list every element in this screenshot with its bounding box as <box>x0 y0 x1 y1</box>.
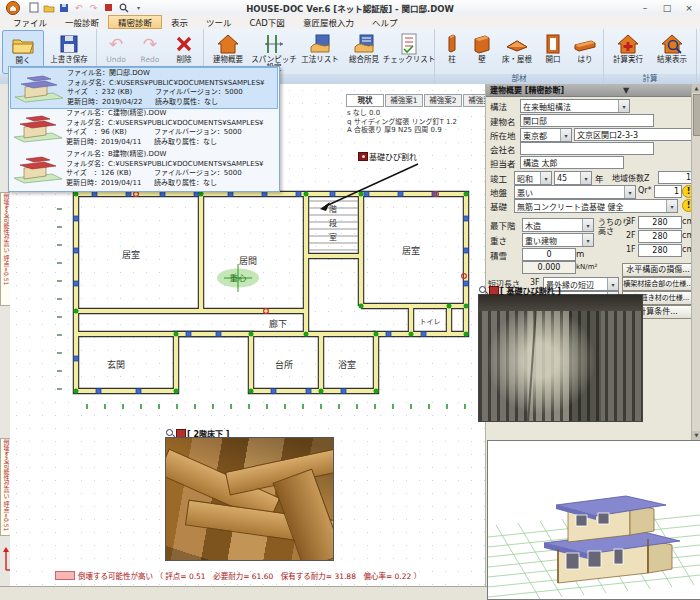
lowest-floor-select[interactable]: 木造▾ <box>522 218 594 232</box>
open-file-icon[interactable] <box>42 2 55 14</box>
person-field[interactable] <box>520 156 624 169</box>
weight-label: 重さ <box>490 234 507 246</box>
zoom-icon[interactable] <box>117 2 130 14</box>
annotation-arrow <box>300 158 440 218</box>
height-3f-field[interactable] <box>638 216 682 229</box>
file-item-c-building[interactable]: ファイル名：C建物(精密).DOW フォルダ名：C:¥USERS¥PUBLIC¥… <box>10 108 276 148</box>
menu-bar: ファイル 一般診断 精密診断 表示 ツール CAD下図 意匠屋根入力 ヘルプ <box>0 15 700 30</box>
prefecture-select[interactable]: 東京都▾ <box>520 128 572 142</box>
horizontal-plane-damage-button[interactable]: 水平構面の損傷... <box>622 263 694 277</box>
file-name: ファイル名：関口邸.DOW <box>67 69 277 79</box>
menu-view[interactable]: 表示 <box>162 15 197 29</box>
menu-tools[interactable]: ツール <box>197 15 241 29</box>
year-unit-label: 年 <box>595 172 604 184</box>
overall-findings-button[interactable]: 総合所見 <box>342 30 386 74</box>
method-list-button[interactable]: 工法リスト <box>298 30 342 74</box>
minimize-button[interactable]: – <box>634 1 656 15</box>
file-item-b-building[interactable]: ファイル名：B建物(精密).DOW フォルダ名：C:¥USERS¥PUBLIC¥… <box>10 149 276 189</box>
menu-precise-diagnosis[interactable]: 精密診断 <box>108 15 162 29</box>
scrollbar-thumb[interactable] <box>693 94 700 136</box>
run-calculation-button[interactable]: 計算実行 <box>606 30 650 74</box>
legend-line: q サイディング縦張 リング釘T 1.2 <box>347 118 457 127</box>
opening-button[interactable]: 開口 <box>537 30 569 74</box>
file-item-sekiguchi[interactable]: ファイル名：関口邸.DOW フォルダ名：C:¥USERS¥PUBLIC¥DOCU… <box>10 67 278 109</box>
pillar-button[interactable]: 柱 <box>437 30 467 74</box>
delete-icon[interactable] <box>102 2 115 14</box>
wall-button[interactable]: 壁 <box>467 30 497 74</box>
snow-label: 積雪 <box>490 249 507 261</box>
undo-arrow-icon: ↶ <box>109 32 123 56</box>
era-select[interactable]: 昭和▾ <box>514 171 552 185</box>
svg-text:室: 室 <box>329 232 337 242</box>
panel-scrollbar[interactable]: ▲ ▼ <box>691 84 700 440</box>
snow-load-field <box>522 261 576 274</box>
foundation-select[interactable]: 無筋コンクリート造基礎 健全▾ <box>514 199 678 213</box>
construction-label: 構法 <box>490 100 507 112</box>
beam-button[interactable]: はり <box>569 30 601 74</box>
menu-file[interactable]: ファイル <box>4 15 56 29</box>
ground-select[interactable]: 悪い▾ <box>514 185 636 199</box>
close-button[interactable]: × <box>678 1 700 15</box>
qr-field[interactable] <box>654 185 682 198</box>
room-label: 台所 <box>275 359 293 370</box>
camera-icon[interactable] <box>489 286 499 295</box>
undo-icon[interactable]: ↶ <box>72 2 85 14</box>
new-file-icon[interactable] <box>27 2 40 14</box>
tab-reinforcement-2[interactable]: 補強案2 <box>424 94 462 107</box>
zone-factor-field[interactable] <box>658 171 694 184</box>
foundation-label: 基礎 <box>490 200 507 212</box>
checklist-button[interactable]: チェックリスト <box>386 30 432 74</box>
house-thumbnail-red <box>10 111 66 145</box>
redo-icon[interactable]: ↷ <box>87 2 100 14</box>
tab-current-state[interactable]: 現状 <box>346 94 384 107</box>
menu-help[interactable]: ヘルプ <box>363 15 407 29</box>
result-color-swatch <box>55 571 75 580</box>
room-label: トイレ <box>420 318 441 326</box>
menu-cad-underlay[interactable]: CAD下図 <box>241 15 294 29</box>
snow-depth-field[interactable] <box>522 248 576 261</box>
floor-roof-button[interactable]: 床・屋根 <box>497 30 537 74</box>
weight-select[interactable]: 重い建物▾ <box>522 233 594 247</box>
calc-group-label: 計算 <box>604 74 696 84</box>
quickbar-dropdown-icon[interactable]: ▾ <box>132 2 145 14</box>
scroll-up-icon[interactable]: ▲ <box>692 84 700 93</box>
beam-joint-spec-button[interactable]: 横架材接合部の仕様... <box>622 277 694 291</box>
parts-group-label: 部材 <box>435 74 603 84</box>
file-name: ファイル名：B建物(精密).DOW <box>66 150 276 160</box>
save-icon[interactable] <box>57 2 70 14</box>
panel-collapse-icon[interactable]: ▼ <box>620 84 633 96</box>
chevron-down-icon: ▾ <box>540 172 551 184</box>
menu-design-roof-input[interactable]: 意匠屋根入力 <box>294 15 363 29</box>
location-label: 所在地 <box>490 129 516 141</box>
magnifier-icon[interactable] <box>479 286 488 295</box>
floor-1f-label: 1F <box>626 245 636 254</box>
file-folder: フォルダ名：C:¥USERS¥PUBLIC¥DOCUMENTS¥SAMPLES¥ <box>67 79 277 89</box>
floor-2f-label: 2F <box>626 231 636 240</box>
foundation-crack-photo[interactable] <box>478 294 643 422</box>
company-label: 会社名 <box>490 143 516 155</box>
house-thumbnail-purple <box>11 71 67 105</box>
construction-select[interactable]: 在来軸組構法▾ <box>520 99 630 113</box>
company-field[interactable] <box>520 142 654 155</box>
height-2f-field[interactable] <box>638 230 682 243</box>
model-3d-view[interactable] <box>487 440 700 600</box>
floor-3f-label: 3F <box>626 217 636 226</box>
address-field[interactable] <box>574 128 698 141</box>
height-1f-field[interactable] <box>638 244 682 257</box>
qr-label: Qr* <box>638 186 652 195</box>
app-icon[interactable] <box>0 0 26 15</box>
result-text: 倒壊する可能性が高い （ 評点= 0.51 必要耐力= 61.60 保有する耐力… <box>78 570 421 581</box>
file-date: 更新日時：2019/04/11 <box>66 138 154 148</box>
open-folder-icon <box>11 33 35 57</box>
tab-reinforcement-1[interactable]: 補強案1 <box>385 94 423 107</box>
year-select[interactable]: 45▾ <box>554 171 592 185</box>
floor-plan[interactable]: 重心 居室 居間 居室 階 段 室 廊下 玄関 台所 浴室 トイレ <box>66 186 484 404</box>
scroll-down-icon[interactable]: ▼ <box>692 431 700 440</box>
file-version: ファイルバージョン：5000 <box>154 169 242 179</box>
underfloor-photo[interactable] <box>165 437 334 561</box>
building-name-field[interactable] <box>520 114 654 127</box>
floor-roof-icon <box>505 32 529 56</box>
maximize-button[interactable]: □ <box>656 1 678 15</box>
menu-general-diagnosis[interactable]: 一般診断 <box>56 15 108 29</box>
show-results-button[interactable]: 結果表示 <box>650 30 694 74</box>
